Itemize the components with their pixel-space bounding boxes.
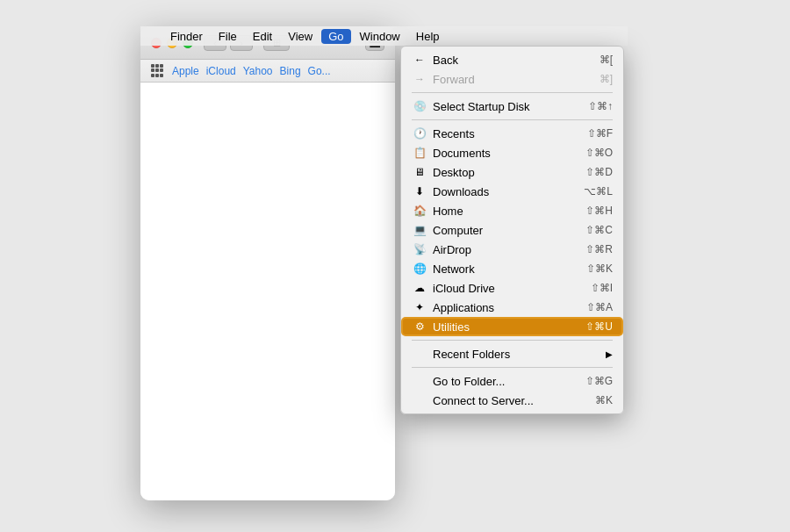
go-to-folder-shortcut: ⇧⌘G	[585, 375, 613, 387]
menu-item-connect-to-server[interactable]: Connect to Server... ⌘K	[401, 391, 623, 410]
home-label: Home	[433, 205, 585, 218]
menu-item-home[interactable]: 🏠 Home ⇧⌘H	[401, 201, 623, 220]
applications-label: Applications	[433, 301, 586, 314]
menu-item-startup-disk[interactable]: 💿 Select Startup Disk ⇧⌘↑	[401, 97, 623, 116]
menu-item-desktop[interactable]: 🖥 Desktop ⇧⌘D	[401, 162, 623, 182]
bookmark-icloud[interactable]: iCloud	[206, 65, 236, 77]
icloud-drive-shortcut: ⇧⌘I	[591, 282, 613, 294]
computer-label: Computer	[433, 224, 585, 237]
bookmark-apple[interactable]: Apple	[172, 65, 199, 77]
menu-edit[interactable]: Edit	[246, 29, 279, 44]
network-label: Network	[433, 262, 586, 276]
menu-item-icloud-drive[interactable]: ☁ iCloud Drive ⇧⌘I	[401, 278, 623, 298]
downloads-label: Downloads	[433, 185, 584, 198]
separator-3	[412, 340, 613, 341]
menu-item-recent-folders[interactable]: Recent Folders ▶	[401, 344, 623, 363]
home-shortcut: ⇧⌘H	[585, 205, 613, 217]
menu-item-forward: → Forward ⌘]	[401, 69, 623, 89]
menu-view[interactable]: View	[281, 29, 320, 44]
computer-shortcut: ⇧⌘C	[585, 224, 613, 236]
connect-shortcut: ⌘K	[595, 394, 613, 406]
startup-disk-label: Select Startup Disk	[433, 100, 588, 113]
go-to-folder-label: Go to Folder...	[433, 375, 585, 388]
separator-4	[412, 367, 613, 368]
recent-folders-label: Recent Folders	[433, 348, 606, 361]
forward-shortcut: ⌘]	[600, 73, 613, 85]
recent-folders-icon	[412, 347, 427, 361]
menu-window[interactable]: Window	[353, 29, 407, 44]
menu-file[interactable]: File	[212, 29, 244, 44]
menu-item-network[interactable]: 🌐 Network ⇧⌘K	[401, 259, 623, 278]
menu-finder[interactable]: Finder	[163, 29, 210, 44]
menu-item-computer[interactable]: 💻 Computer ⇧⌘C	[401, 220, 623, 240]
downloads-icon: ⬇	[412, 184, 427, 198]
airdrop-label: AirDrop	[433, 243, 585, 256]
downloads-shortcut: ⌥⌘L	[584, 185, 613, 198]
recents-shortcut: ⇧⌘F	[587, 127, 613, 140]
bookmark-go[interactable]: Go...	[308, 65, 331, 77]
go-dropdown-menu: ← Back ⌘[ → Forward ⌘] 💿 Select Startup …	[400, 46, 624, 414]
back-shortcut: ⌘[	[600, 54, 613, 66]
applications-icon: ✦	[412, 300, 427, 314]
menu-item-utilities[interactable]: ⚙ Utilities ⇧⌘U	[401, 317, 623, 336]
menu-go[interactable]: Go	[321, 29, 350, 44]
utilities-icon: ⚙	[412, 320, 427, 334]
forward-icon: →	[412, 72, 427, 86]
documents-shortcut: ⇧⌘O	[585, 147, 613, 159]
documents-label: Documents	[433, 147, 585, 160]
menu-help[interactable]: Help	[409, 29, 447, 44]
menu-item-applications[interactable]: ✦ Applications ⇧⌘A	[401, 298, 623, 317]
desktop-label: Desktop	[433, 166, 585, 179]
recents-icon: 🕐	[412, 126, 427, 140]
airdrop-icon: 📡	[412, 242, 427, 256]
desktop-shortcut: ⇧⌘D	[585, 166, 613, 178]
finder-window: ‹ › ⊞ ☰ Apple iCloud Yahoo Bing Go...	[140, 26, 395, 500]
connect-to-server-label: Connect to Server...	[433, 394, 595, 407]
go-to-folder-icon	[412, 374, 427, 388]
back-icon: ←	[412, 53, 427, 67]
separator-2	[412, 119, 613, 120]
forward-label: Forward	[433, 73, 600, 86]
menu-item-airdrop[interactable]: 📡 AirDrop ⇧⌘R	[401, 240, 623, 259]
startup-disk-icon: 💿	[412, 99, 427, 113]
menu-item-documents[interactable]: 📋 Documents ⇧⌘O	[401, 143, 623, 162]
submenu-arrow: ▶	[606, 349, 613, 359]
bookmark-yahoo[interactable]: Yahoo	[243, 65, 273, 77]
finder-content	[140, 83, 395, 500]
bookmarks-bar: Apple iCloud Yahoo Bing Go...	[140, 60, 395, 83]
bookmark-bing[interactable]: Bing	[280, 65, 301, 77]
menu-item-downloads[interactable]: ⬇ Downloads ⌥⌘L	[401, 182, 623, 201]
back-label: Back	[433, 54, 600, 67]
menubar: Finder File Edit View Go Window Help	[140, 26, 628, 46]
home-icon: 🏠	[412, 204, 427, 218]
network-shortcut: ⇧⌘K	[586, 262, 613, 275]
icloud-icon: ☁	[412, 281, 427, 295]
startup-disk-shortcut: ⇧⌘↑	[588, 100, 613, 112]
applications-shortcut: ⇧⌘A	[586, 301, 613, 313]
airdrop-shortcut: ⇧⌘R	[585, 243, 613, 255]
separator-1	[412, 92, 613, 93]
desktop-icon: 🖥	[412, 165, 427, 179]
grid-icon	[151, 64, 165, 78]
icloud-drive-label: iCloud Drive	[433, 282, 591, 295]
menu-item-back[interactable]: ← Back ⌘[	[401, 50, 623, 69]
connect-icon	[412, 393, 427, 407]
network-icon: 🌐	[412, 262, 427, 276]
menu-item-recents[interactable]: 🕐 Recents ⇧⌘F	[401, 124, 623, 143]
computer-icon: 💻	[412, 223, 427, 237]
utilities-shortcut: ⇧⌘U	[585, 320, 613, 333]
recents-label: Recents	[433, 127, 587, 140]
utilities-label: Utilities	[433, 320, 585, 334]
documents-icon: 📋	[412, 146, 427, 160]
menu-item-go-to-folder[interactable]: Go to Folder... ⇧⌘G	[401, 371, 623, 391]
